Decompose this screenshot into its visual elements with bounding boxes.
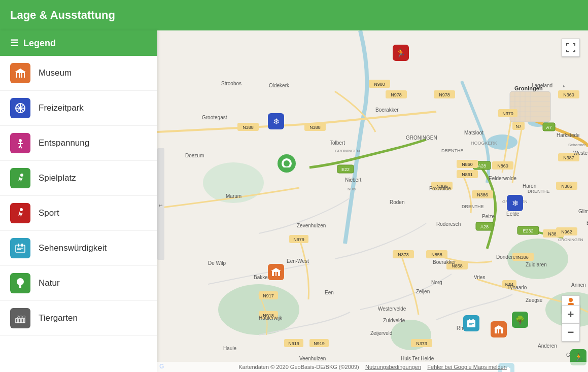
svg-text:Peize: Peize <box>482 214 495 219</box>
svg-rect-185 <box>499 329 501 333</box>
svg-rect-188 <box>472 319 474 322</box>
svg-text:Glimmen: Glimmen <box>578 209 588 214</box>
svg-text:GRONINGEN: GRONINGEN <box>406 135 437 141</box>
svg-text:Harkstede: Harkstede <box>557 132 580 138</box>
svg-text:Zuidvelde: Zuidvelde <box>383 318 405 323</box>
svg-text:E232: E232 <box>523 228 533 233</box>
svg-text:Een: Een <box>325 290 334 295</box>
marker-sport-1[interactable]: 🏃 <box>393 45 409 61</box>
svg-text:Stroobos: Stroobos <box>221 81 241 86</box>
legend-icon-tiergarten: ZOO <box>10 308 30 328</box>
svg-text:Vries: Vries <box>474 275 485 280</box>
svg-text:Eelde: Eelde <box>506 211 520 217</box>
legend-item-freizeitpark[interactable]: Freizeitpark <box>0 91 157 126</box>
error-link[interactable]: Fehler bei Google Maps melden <box>427 364 507 370</box>
svg-text:Annen: Annen <box>571 282 586 288</box>
fullscreen-button[interactable] <box>562 39 580 57</box>
marker-museum-2[interactable] <box>491 321 507 337</box>
zoom-controls: + − <box>562 305 580 342</box>
svg-text:Zuidlaren: Zuidlaren <box>526 262 547 267</box>
svg-text:Tolbert: Tolbert <box>330 140 345 146</box>
svg-text:Niebert: Niebert <box>345 177 361 183</box>
svg-text:Scharmer: Scharmer <box>568 143 586 147</box>
svg-text:E22: E22 <box>341 167 350 172</box>
svg-text:Roden: Roden <box>390 199 404 205</box>
svg-text:Westervelde: Westervelde <box>378 306 406 312</box>
legend-label-entspannung: Entspannung <box>39 138 89 148</box>
svg-text:N386: N386 <box>477 192 488 197</box>
svg-text:De Wilp: De Wilp <box>208 260 226 266</box>
legend-header: ☰ Legend <box>0 30 157 56</box>
svg-text:Groningen: Groningen <box>514 85 543 91</box>
svg-text:N386: N386 <box>517 255 529 260</box>
marker-freizeitpark-1[interactable]: ❄ <box>268 113 284 129</box>
svg-text:A28: A28 <box>480 224 489 229</box>
zoom-in-button[interactable]: + <box>562 305 580 323</box>
svg-text:N387: N387 <box>563 155 574 160</box>
svg-point-22 <box>17 278 24 285</box>
svg-text:Marum: Marum <box>226 193 241 199</box>
svg-text:Veenhuizen: Veenhuizen <box>299 356 326 361</box>
map-attribution: Kartendaten © 2020 GeoBasis-DE/BKG (©200… <box>157 362 588 372</box>
svg-text:Anderen: Anderen <box>538 343 557 349</box>
legend-title: Legend <box>23 38 56 49</box>
svg-text:Huis Ter Heide: Huis Ter Heide <box>401 356 434 361</box>
svg-text:N7: N7 <box>515 124 522 129</box>
svg-text:Matsloot: Matsloot <box>464 130 483 136</box>
svg-text:N388: N388 <box>243 125 254 130</box>
legend-item-museum[interactable]: Museum <box>0 56 157 91</box>
marker-natur-1[interactable]: 🌳 <box>512 312 528 328</box>
svg-rect-18 <box>18 244 19 247</box>
legend-icon-freizeitpark <box>10 98 30 118</box>
legend-item-entspannung[interactable]: Entspannung <box>0 126 157 161</box>
legend-label-tiergarten: Tiergarten <box>39 313 78 323</box>
svg-rect-182 <box>495 328 503 333</box>
svg-text:N370: N370 <box>502 111 513 116</box>
svg-text:Een-West: Een-West <box>287 258 309 264</box>
marker-freizeitpark-2[interactable]: ❄ <box>507 195 523 211</box>
legend-icon-sport <box>10 203 30 223</box>
list-icon: ☰ <box>10 38 18 49</box>
svg-text:A28: A28 <box>478 163 486 168</box>
legend-item-sport[interactable]: Sport <box>0 196 157 231</box>
legend-item-natur[interactable]: Natur <box>0 266 157 301</box>
legend-label-sport: Sport <box>39 208 59 218</box>
svg-text:Zevenhuizen: Zevenhuizen <box>297 223 326 228</box>
svg-text:Zeijerveld: Zeijerveld <box>370 330 392 336</box>
legend-icon-natur <box>10 273 30 293</box>
svg-text:N980: N980 <box>374 82 385 87</box>
svg-text:Westerbroek: Westerbroek <box>573 150 588 156</box>
svg-text:N919: N919 <box>288 341 299 346</box>
legend-item-sehenswuerdigkeit[interactable]: Sehenswürdigkeit <box>0 231 157 266</box>
terms-link[interactable]: Nutzungsbedingungen <box>365 364 421 370</box>
legend-item-tiergarten[interactable]: ZOOTiergarten <box>0 301 157 336</box>
svg-text:N919: N919 <box>314 341 325 346</box>
svg-text:N860: N860 <box>462 162 473 167</box>
legend-label-freizeitpark: Freizeitpark <box>39 103 84 113</box>
svg-marker-0 <box>15 69 26 72</box>
legend-item-spielplatz[interactable]: Spielplatz <box>0 161 157 196</box>
svg-line-14 <box>20 146 22 148</box>
svg-text:1: 1 <box>158 204 163 207</box>
svg-text:Doezum: Doezum <box>185 153 204 158</box>
legend-icon-museum <box>10 63 30 83</box>
legend-label-museum: Museum <box>39 68 72 78</box>
marker-sehenswuerdigkeit-1[interactable] <box>463 315 479 331</box>
svg-text:Haulerwijk: Haulerwijk <box>259 315 283 321</box>
svg-rect-181 <box>276 272 278 276</box>
marker-museum-1[interactable] <box>268 264 284 280</box>
svg-rect-180 <box>274 272 275 276</box>
zoom-out-button[interactable]: − <box>562 323 580 342</box>
svg-text:Zeijen: Zeijen <box>416 289 430 294</box>
svg-point-10 <box>19 139 22 142</box>
svg-text:Norg: Norg <box>431 280 442 285</box>
svg-rect-3 <box>20 73 21 78</box>
svg-text:HOOGKERK: HOOGKERK <box>471 141 497 146</box>
map-container[interactable]: N980 N978 N978 N388 N388 E22 N370 N7 A28… <box>157 30 588 372</box>
legend-icon-sehenswuerdigkeit <box>10 238 30 258</box>
svg-text:Donderen: Donderen <box>496 254 518 260</box>
legend-items-container: MuseumFreizeitparkEntspannungSpielplatzS… <box>0 56 157 336</box>
svg-text:A7: A7 <box>546 125 551 130</box>
svg-text:N858: N858 <box>431 252 442 257</box>
main-content: ☰ Legend MuseumFreizeitparkEntspannungSp… <box>0 30 588 372</box>
